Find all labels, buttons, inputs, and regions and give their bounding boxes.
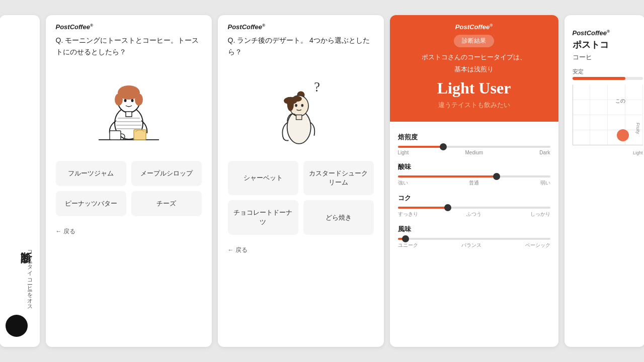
chart-grid xyxy=(573,85,643,145)
result-sliders-card: 焙煎度 Light Medium Dark 酸味 xyxy=(390,126,558,263)
panel-quiz-toast: PostCoffee® Q. モーニングにトーストとコーヒー。トーストにのせると… xyxy=(46,15,212,347)
grid-cell xyxy=(573,115,590,130)
illustration-2: ? xyxy=(218,65,384,156)
svg-point-22 xyxy=(295,104,297,107)
svg-point-10 xyxy=(131,99,133,102)
result-subtitle-line1: ポストコさんのコーヒータイプは、 xyxy=(422,52,526,62)
illustration-1 xyxy=(46,65,212,156)
grid-cell xyxy=(590,85,608,100)
svg-point-7 xyxy=(115,94,123,106)
options-grid-2: シャーベット カスタードシュークリーム チョコレートドーナツ どら焼き xyxy=(218,156,384,240)
result-tagline: 違うテイストも飲みたい xyxy=(438,101,510,110)
chart-y-label-bitter: Bitter xyxy=(565,115,566,126)
slider-flavor-labels: ユニーク バランス ベーシック xyxy=(398,242,550,249)
slider-roast: 焙煎度 Light Medium Dark xyxy=(398,133,550,155)
svg-point-9 xyxy=(124,99,126,102)
character-illustration-1 xyxy=(89,70,169,151)
slider-roast-label: 焙煎度 xyxy=(398,133,550,142)
slider-acidity: 酸味 強い 普通 弱い xyxy=(398,162,550,187)
chart-axis-x xyxy=(573,145,643,145)
grid-cell xyxy=(590,100,608,115)
panel-chart-partial: PostCoffee® ポストコ コーヒ 安定 xyxy=(565,15,645,347)
chart-data-dot xyxy=(617,129,629,141)
slider-body-track[interactable] xyxy=(398,207,550,209)
option-sherbet[interactable]: シャーベット xyxy=(228,161,298,195)
slider-body-label: コク xyxy=(398,194,550,203)
slider-roast-thumb xyxy=(440,143,447,150)
chart-panel-content: PostCoffee® ポストコ コーヒ 安定 xyxy=(565,15,645,163)
grid-cell xyxy=(573,130,590,145)
grid-cell xyxy=(590,130,608,145)
h-bar-fill xyxy=(573,77,625,80)
slider-flavor-track[interactable] xyxy=(398,238,550,240)
chart-x-label-light: Light xyxy=(633,150,643,155)
slider-flavor: 風味 ユニーク バランス ベーシック xyxy=(398,225,550,249)
svg-rect-24 xyxy=(296,115,301,120)
svg-point-23 xyxy=(301,104,303,107)
option-maple[interactable]: メープルシロップ xyxy=(131,161,202,186)
character-illustration-2: ? xyxy=(261,70,341,151)
slider-roast-labels: Light Medium Dark xyxy=(398,150,550,155)
slider-body: コク すっきり ふつう しっかり xyxy=(398,194,550,218)
options-grid-1: フルーツジャム メープルシロップ ピーナッツバター チーズ xyxy=(46,156,212,221)
back-link-1[interactable]: ← 戻る xyxy=(46,221,212,242)
result-user-type: Light User xyxy=(437,79,511,98)
panel4-title: ポストコ xyxy=(573,39,637,51)
h-bar-track xyxy=(573,77,643,80)
question-text-1: Q. モーニングにトーストとコーヒー。トーストにのせるとしたら？ xyxy=(46,35,212,65)
slider-flavor-thumb xyxy=(402,235,409,242)
panel-quiz-dessert: PostCoffee® Q. ランチ後のデザート。 4つから選ぶとしたら？ ? xyxy=(218,15,384,347)
orange-results-header: PostCoffee® 診断結果 ポストコさんのコーヒータイプは、 基本は浅煎り… xyxy=(390,15,558,122)
side-text-1: コーヒータイ xyxy=(6,247,34,273)
svg-point-21 xyxy=(292,96,302,102)
panel-results: PostCoffee® 診断結果 ポストコさんのコーヒータイプは、 基本は浅煎り… xyxy=(390,15,558,347)
slider-body-thumb xyxy=(444,204,451,211)
panel-partial-left: 診断 コーヒータイ コーヒーをオス xyxy=(0,15,40,347)
panel4-subtitle: コーヒ xyxy=(573,53,637,62)
option-peanut[interactable]: ピーナッツバター xyxy=(56,191,126,216)
side-text-2: コーヒーをオス xyxy=(6,275,34,308)
svg-text:?: ? xyxy=(314,80,320,95)
option-donut[interactable]: チョコレートドーナツ xyxy=(228,200,298,234)
svg-rect-11 xyxy=(126,112,132,117)
brand-header-1: PostCoffee® xyxy=(46,15,212,35)
h-bar-container: 安定 xyxy=(573,68,637,80)
chart-note: この xyxy=(615,97,643,105)
brand-header-4: PostCoffee® xyxy=(573,23,637,39)
svg-rect-13 xyxy=(110,131,121,140)
chart-axis-y xyxy=(573,85,573,145)
option-jam[interactable]: フルーツジャム xyxy=(56,161,126,186)
grid-cell xyxy=(573,85,590,100)
black-circle-decoration xyxy=(6,315,28,337)
grid-cell xyxy=(608,115,625,130)
brand-header-3: PostCoffee® xyxy=(455,23,493,35)
slider-flavor-label: 風味 xyxy=(398,225,550,234)
grid-cell xyxy=(573,100,590,115)
slider-acidity-thumb xyxy=(493,173,500,180)
result-badge: 診断結果 xyxy=(454,35,494,47)
chart-y-label-fruity: Fruity xyxy=(635,123,640,134)
slider-roast-fill xyxy=(398,146,444,148)
h-bar-label: 安定 xyxy=(573,68,637,75)
option-cheese[interactable]: チーズ xyxy=(131,191,202,216)
slider-body-labels: すっきり ふつう しっかり xyxy=(398,211,550,218)
grid-cell xyxy=(590,115,608,130)
flavor-chart: Bitter Light Fruity この xyxy=(573,85,643,155)
slider-acidity-fill xyxy=(398,175,497,177)
screen-container: 診断 コーヒータイ コーヒーをオス PostCoffee® Q. モーニングにト… xyxy=(0,0,644,362)
result-subtitle-line2: 基本は浅煎り xyxy=(454,64,494,74)
option-custard[interactable]: カスタードシュークリーム xyxy=(303,161,374,195)
slider-acidity-labels: 強い 普通 弱い xyxy=(398,179,550,187)
option-dorayaki[interactable]: どら焼き xyxy=(303,200,374,234)
svg-point-8 xyxy=(135,94,143,106)
slider-acidity-track[interactable] xyxy=(398,175,550,177)
slider-roast-track[interactable] xyxy=(398,146,550,148)
back-link-2[interactable]: ← 戻る xyxy=(218,240,384,260)
slider-body-fill xyxy=(398,207,448,209)
slider-acidity-label: 酸味 xyxy=(398,162,550,171)
brand-header-2: PostCoffee® xyxy=(218,15,384,35)
question-text-2: Q. ランチ後のデザート。 4つから選ぶとしたら？ xyxy=(218,35,384,65)
